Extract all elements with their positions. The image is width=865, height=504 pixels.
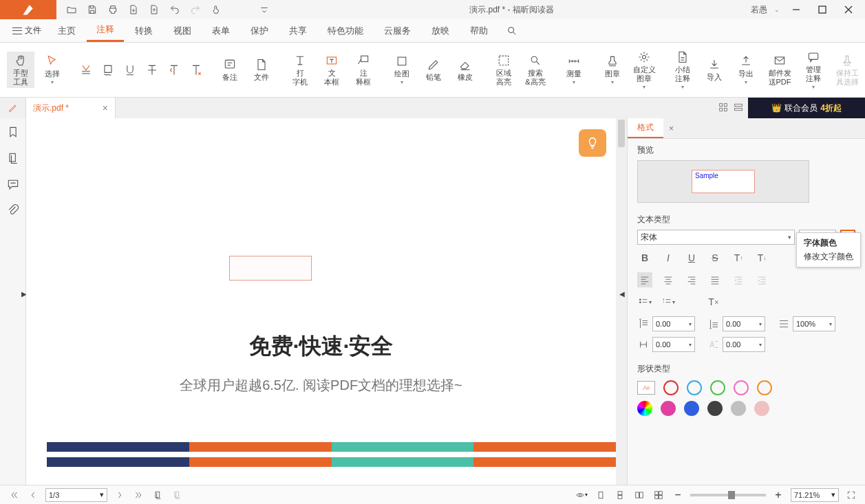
align-right-button[interactable] (684, 272, 699, 287)
drawing-button[interactable]: 绘图▾ (388, 52, 416, 87)
callout-button[interactable]: 注释框 (350, 52, 377, 88)
hint-bulb-button[interactable] (579, 129, 606, 157)
user-dropdown-icon[interactable]: ⌄ (774, 6, 780, 13)
strikeout-button[interactable] (143, 61, 161, 79)
shape-color-green[interactable] (710, 380, 725, 395)
pages-icon[interactable] (6, 151, 20, 165)
export-file-icon[interactable] (146, 1, 162, 18)
document-tab[interactable]: 演示.pdf * × (26, 98, 116, 118)
search-highlight-button[interactable]: 搜索&高亮 (522, 52, 549, 88)
keep-tool-button[interactable]: 保持工具选择 (831, 52, 863, 88)
import-button[interactable]: 导入 (701, 56, 728, 83)
tab-form[interactable]: 表单 (202, 21, 239, 41)
pencil-button[interactable]: 铅笔 (420, 56, 447, 83)
underline-button[interactable]: U (684, 250, 699, 265)
line-height-field[interactable]: 100%▾ (778, 316, 835, 331)
attachments-icon[interactable] (6, 204, 20, 217)
prev-page-button[interactable] (26, 488, 40, 502)
tab-home[interactable]: 主页 (48, 21, 85, 41)
next-page-button[interactable] (113, 488, 127, 502)
view-grid-icon[interactable] (718, 102, 729, 115)
area-highlight-button[interactable]: 区域高亮 (490, 52, 517, 88)
typewriter-button[interactable]: 打字机 (286, 52, 314, 88)
import-file-icon[interactable] (125, 1, 142, 18)
textbox-annotation[interactable] (229, 256, 312, 281)
highlight-button[interactable] (77, 61, 95, 79)
bookmark-icon[interactable] (6, 125, 20, 139)
measure-button[interactable]: 测量▾ (560, 52, 588, 87)
number-list-button[interactable]: ▾ (661, 294, 676, 309)
shape-color-blue[interactable] (687, 380, 702, 395)
undo-icon[interactable] (167, 1, 183, 18)
bold-button[interactable]: B (637, 250, 652, 265)
last-page-button[interactable] (132, 488, 146, 502)
eraser-button[interactable]: 橡皮 (451, 56, 479, 83)
tab-cloud[interactable]: 云服务 (374, 21, 420, 41)
zoom-in-button[interactable]: + (771, 488, 785, 502)
close-tab-icon[interactable]: × (103, 102, 108, 113)
continuous-facing-icon[interactable] (652, 488, 665, 502)
space-after-field[interactable]: 0.00▾ (707, 316, 765, 331)
shape-fill-blue[interactable] (684, 401, 699, 416)
shape-color-pink[interactable] (734, 380, 749, 395)
collapse-panel-icon[interactable]: ◀ (619, 290, 625, 298)
tab-slideshow[interactable]: 放映 (422, 21, 459, 41)
shape-textbox-icon[interactable]: A≡ (637, 381, 655, 395)
touch-icon[interactable] (208, 1, 224, 18)
char-spacing-field[interactable]: 0.00▾ (637, 337, 695, 352)
align-justify-button[interactable] (707, 272, 723, 287)
replace-text-button[interactable] (165, 61, 183, 79)
document-canvas[interactable]: 免费·快速·安全 全球用户超越6.5亿. 阅读PDF文档的理想选择~ (26, 118, 616, 485)
tab-annotate[interactable]: 注释 (87, 19, 124, 42)
fullscreen-button[interactable] (844, 488, 858, 502)
hand-tool-button[interactable]: 手型工具 (7, 52, 34, 88)
shape-fill-lightpink[interactable] (754, 401, 769, 416)
bullet-list-button[interactable]: ▾ (637, 294, 652, 309)
close-button[interactable] (839, 2, 858, 17)
shape-fill-magenta[interactable] (661, 401, 676, 416)
redo-icon[interactable] (187, 1, 204, 18)
summarize-button[interactable]: 小结注释▾ (669, 48, 696, 92)
indent-increase-button[interactable] (754, 272, 769, 287)
tab-share[interactable]: 共享 (279, 21, 317, 41)
zoom-out-button[interactable]: − (671, 488, 685, 502)
attach-file-button[interactable]: 文件 (248, 56, 275, 83)
page-input[interactable]: 1/3▾ (45, 488, 107, 502)
export-button[interactable]: 导出▾ (732, 52, 760, 87)
vertical-scrollbar[interactable] (616, 118, 627, 485)
shape-fill-grey[interactable] (731, 401, 746, 416)
zoom-input[interactable]: 71.21%▾ (791, 488, 839, 502)
save-icon[interactable] (84, 1, 100, 18)
facing-icon[interactable] (632, 488, 646, 502)
align-left-button[interactable] (637, 272, 652, 287)
note-button[interactable]: 备注 (216, 56, 244, 83)
tab-view[interactable]: 视图 (164, 21, 201, 41)
subscript-button[interactable]: T↓ (754, 250, 769, 265)
recent-view-button[interactable] (151, 488, 165, 502)
zoom-slider[interactable] (690, 494, 766, 496)
comments-icon[interactable] (6, 177, 20, 191)
squiggly-button[interactable] (99, 61, 117, 79)
shape-color-orange[interactable] (757, 380, 772, 395)
shape-fill-dark[interactable] (707, 401, 723, 416)
view-list-icon[interactable] (733, 102, 744, 115)
insert-text-button[interactable] (187, 61, 205, 79)
close-panel-icon[interactable]: × (663, 124, 679, 133)
recent-view2-button[interactable] (171, 488, 184, 502)
user-name[interactable]: 若愚 (751, 4, 767, 16)
kerning-field[interactable]: 0.00▾ (707, 337, 765, 352)
superscript-button[interactable]: T↑ (731, 250, 746, 265)
search-button[interactable] (503, 22, 521, 40)
tab-protect[interactable]: 保护 (241, 21, 278, 41)
mail-pdf-button[interactable]: 邮件发送PDF (764, 52, 795, 88)
stamp-button[interactable]: 图章▾ (599, 52, 626, 87)
tab-convert[interactable]: 转换 (125, 21, 162, 41)
manage-comments-button[interactable]: 管理注释▾ (800, 48, 827, 92)
format-tab[interactable]: 格式 (628, 118, 663, 138)
tab-features[interactable]: 特色功能 (318, 21, 373, 41)
reading-mode-icon[interactable]: ▾ (575, 488, 588, 502)
tab-help[interactable]: 帮助 (460, 21, 498, 41)
file-menu-button[interactable]: 文件 (7, 22, 47, 39)
underline-button[interactable] (121, 61, 139, 79)
space-before-field[interactable]: 0.00▾ (637, 316, 695, 331)
